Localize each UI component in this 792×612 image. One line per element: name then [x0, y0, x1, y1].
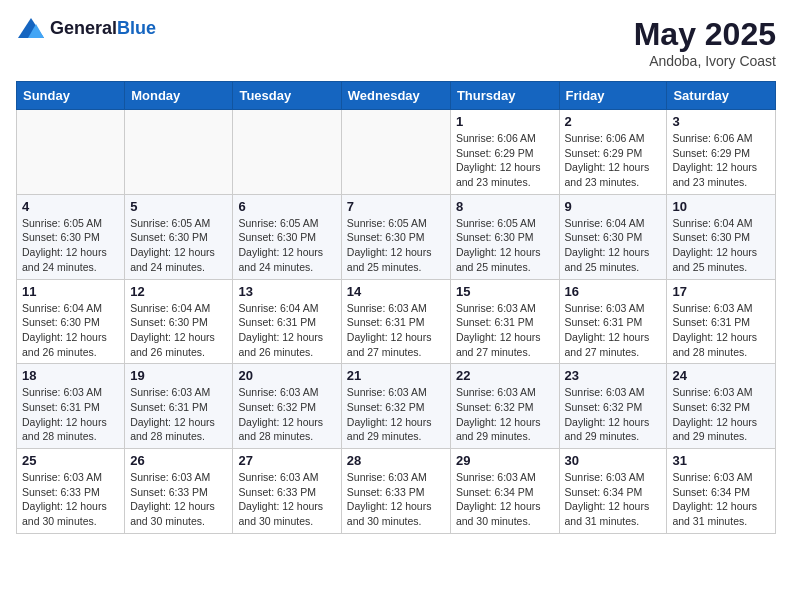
day-number: 13 — [238, 284, 335, 299]
calendar-cell: 25Sunrise: 6:03 AM Sunset: 6:33 PM Dayli… — [17, 449, 125, 534]
title-area: May 2025 Andoba, Ivory Coast — [634, 16, 776, 69]
calendar-week-3: 11Sunrise: 6:04 AM Sunset: 6:30 PM Dayli… — [17, 279, 776, 364]
day-info: Sunrise: 6:03 AM Sunset: 6:34 PM Dayligh… — [565, 470, 662, 529]
weekday-header-thursday: Thursday — [450, 82, 559, 110]
weekday-header-sunday: Sunday — [17, 82, 125, 110]
logo-blue: Blue — [117, 18, 156, 38]
day-number: 23 — [565, 368, 662, 383]
calendar-cell: 17Sunrise: 6:03 AM Sunset: 6:31 PM Dayli… — [667, 279, 776, 364]
calendar-cell: 19Sunrise: 6:03 AM Sunset: 6:31 PM Dayli… — [125, 364, 233, 449]
calendar-cell: 21Sunrise: 6:03 AM Sunset: 6:32 PM Dayli… — [341, 364, 450, 449]
calendar-cell: 30Sunrise: 6:03 AM Sunset: 6:34 PM Dayli… — [559, 449, 667, 534]
day-info: Sunrise: 6:04 AM Sunset: 6:30 PM Dayligh… — [130, 301, 227, 360]
day-number: 10 — [672, 199, 770, 214]
day-number: 26 — [130, 453, 227, 468]
logo: GeneralBlue — [16, 16, 156, 40]
calendar-cell: 13Sunrise: 6:04 AM Sunset: 6:31 PM Dayli… — [233, 279, 341, 364]
day-info: Sunrise: 6:04 AM Sunset: 6:30 PM Dayligh… — [565, 216, 662, 275]
day-number: 22 — [456, 368, 554, 383]
calendar-cell: 23Sunrise: 6:03 AM Sunset: 6:32 PM Dayli… — [559, 364, 667, 449]
day-number: 27 — [238, 453, 335, 468]
day-number: 3 — [672, 114, 770, 129]
logo-general: General — [50, 18, 117, 38]
calendar-cell — [17, 110, 125, 195]
calendar-cell: 4Sunrise: 6:05 AM Sunset: 6:30 PM Daylig… — [17, 194, 125, 279]
day-number: 6 — [238, 199, 335, 214]
day-number: 29 — [456, 453, 554, 468]
day-info: Sunrise: 6:04 AM Sunset: 6:30 PM Dayligh… — [22, 301, 119, 360]
calendar-cell: 31Sunrise: 6:03 AM Sunset: 6:34 PM Dayli… — [667, 449, 776, 534]
month-year: May 2025 — [634, 16, 776, 53]
day-info: Sunrise: 6:03 AM Sunset: 6:31 PM Dayligh… — [347, 301, 445, 360]
day-info: Sunrise: 6:05 AM Sunset: 6:30 PM Dayligh… — [22, 216, 119, 275]
day-number: 19 — [130, 368, 227, 383]
calendar-cell: 15Sunrise: 6:03 AM Sunset: 6:31 PM Dayli… — [450, 279, 559, 364]
day-info: Sunrise: 6:06 AM Sunset: 6:29 PM Dayligh… — [565, 131, 662, 190]
day-info: Sunrise: 6:03 AM Sunset: 6:32 PM Dayligh… — [456, 385, 554, 444]
calendar-cell: 8Sunrise: 6:05 AM Sunset: 6:30 PM Daylig… — [450, 194, 559, 279]
day-info: Sunrise: 6:06 AM Sunset: 6:29 PM Dayligh… — [672, 131, 770, 190]
calendar-cell: 7Sunrise: 6:05 AM Sunset: 6:30 PM Daylig… — [341, 194, 450, 279]
weekday-header-friday: Friday — [559, 82, 667, 110]
day-number: 5 — [130, 199, 227, 214]
day-info: Sunrise: 6:05 AM Sunset: 6:30 PM Dayligh… — [456, 216, 554, 275]
day-info: Sunrise: 6:03 AM Sunset: 6:33 PM Dayligh… — [130, 470, 227, 529]
day-info: Sunrise: 6:04 AM Sunset: 6:30 PM Dayligh… — [672, 216, 770, 275]
calendar-cell: 5Sunrise: 6:05 AM Sunset: 6:30 PM Daylig… — [125, 194, 233, 279]
weekday-header-tuesday: Tuesday — [233, 82, 341, 110]
day-number: 1 — [456, 114, 554, 129]
location: Andoba, Ivory Coast — [634, 53, 776, 69]
weekday-header-row: SundayMondayTuesdayWednesdayThursdayFrid… — [17, 82, 776, 110]
day-info: Sunrise: 6:05 AM Sunset: 6:30 PM Dayligh… — [238, 216, 335, 275]
calendar-cell: 22Sunrise: 6:03 AM Sunset: 6:32 PM Dayli… — [450, 364, 559, 449]
day-number: 4 — [22, 199, 119, 214]
calendar-week-4: 18Sunrise: 6:03 AM Sunset: 6:31 PM Dayli… — [17, 364, 776, 449]
day-info: Sunrise: 6:03 AM Sunset: 6:32 PM Dayligh… — [565, 385, 662, 444]
day-number: 28 — [347, 453, 445, 468]
day-info: Sunrise: 6:03 AM Sunset: 6:34 PM Dayligh… — [672, 470, 770, 529]
day-info: Sunrise: 6:03 AM Sunset: 6:33 PM Dayligh… — [22, 470, 119, 529]
day-number: 31 — [672, 453, 770, 468]
calendar-cell: 12Sunrise: 6:04 AM Sunset: 6:30 PM Dayli… — [125, 279, 233, 364]
calendar-cell: 28Sunrise: 6:03 AM Sunset: 6:33 PM Dayli… — [341, 449, 450, 534]
calendar-cell — [233, 110, 341, 195]
day-info: Sunrise: 6:03 AM Sunset: 6:31 PM Dayligh… — [565, 301, 662, 360]
day-info: Sunrise: 6:03 AM Sunset: 6:34 PM Dayligh… — [456, 470, 554, 529]
weekday-header-wednesday: Wednesday — [341, 82, 450, 110]
day-number: 15 — [456, 284, 554, 299]
calendar-cell — [341, 110, 450, 195]
calendar: SundayMondayTuesdayWednesdayThursdayFrid… — [16, 81, 776, 534]
calendar-cell: 16Sunrise: 6:03 AM Sunset: 6:31 PM Dayli… — [559, 279, 667, 364]
day-number: 9 — [565, 199, 662, 214]
calendar-cell: 20Sunrise: 6:03 AM Sunset: 6:32 PM Dayli… — [233, 364, 341, 449]
day-info: Sunrise: 6:06 AM Sunset: 6:29 PM Dayligh… — [456, 131, 554, 190]
day-info: Sunrise: 6:03 AM Sunset: 6:31 PM Dayligh… — [22, 385, 119, 444]
calendar-cell: 24Sunrise: 6:03 AM Sunset: 6:32 PM Dayli… — [667, 364, 776, 449]
day-info: Sunrise: 6:03 AM Sunset: 6:32 PM Dayligh… — [238, 385, 335, 444]
calendar-cell: 11Sunrise: 6:04 AM Sunset: 6:30 PM Dayli… — [17, 279, 125, 364]
calendar-cell: 9Sunrise: 6:04 AM Sunset: 6:30 PM Daylig… — [559, 194, 667, 279]
calendar-week-2: 4Sunrise: 6:05 AM Sunset: 6:30 PM Daylig… — [17, 194, 776, 279]
day-number: 24 — [672, 368, 770, 383]
day-number: 16 — [565, 284, 662, 299]
day-info: Sunrise: 6:03 AM Sunset: 6:32 PM Dayligh… — [347, 385, 445, 444]
calendar-cell: 1Sunrise: 6:06 AM Sunset: 6:29 PM Daylig… — [450, 110, 559, 195]
day-info: Sunrise: 6:05 AM Sunset: 6:30 PM Dayligh… — [130, 216, 227, 275]
day-info: Sunrise: 6:03 AM Sunset: 6:31 PM Dayligh… — [456, 301, 554, 360]
day-number: 25 — [22, 453, 119, 468]
header: GeneralBlue May 2025 Andoba, Ivory Coast — [16, 16, 776, 69]
day-info: Sunrise: 6:04 AM Sunset: 6:31 PM Dayligh… — [238, 301, 335, 360]
day-info: Sunrise: 6:03 AM Sunset: 6:31 PM Dayligh… — [130, 385, 227, 444]
day-number: 17 — [672, 284, 770, 299]
day-number: 2 — [565, 114, 662, 129]
calendar-cell — [125, 110, 233, 195]
day-info: Sunrise: 6:03 AM Sunset: 6:31 PM Dayligh… — [672, 301, 770, 360]
calendar-cell: 6Sunrise: 6:05 AM Sunset: 6:30 PM Daylig… — [233, 194, 341, 279]
day-number: 7 — [347, 199, 445, 214]
calendar-cell: 3Sunrise: 6:06 AM Sunset: 6:29 PM Daylig… — [667, 110, 776, 195]
day-info: Sunrise: 6:03 AM Sunset: 6:33 PM Dayligh… — [347, 470, 445, 529]
calendar-cell: 14Sunrise: 6:03 AM Sunset: 6:31 PM Dayli… — [341, 279, 450, 364]
day-number: 21 — [347, 368, 445, 383]
calendar-week-5: 25Sunrise: 6:03 AM Sunset: 6:33 PM Dayli… — [17, 449, 776, 534]
day-number: 30 — [565, 453, 662, 468]
